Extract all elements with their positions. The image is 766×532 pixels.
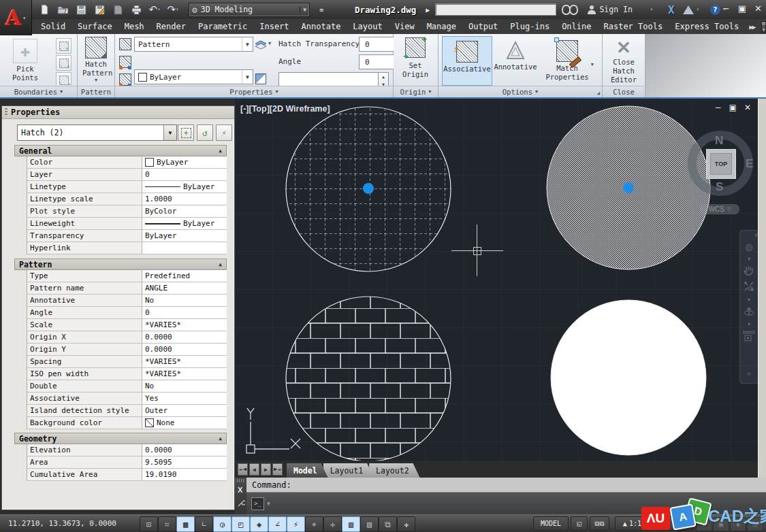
- property-value[interactable]: 0.0000: [142, 444, 227, 456]
- model-space-button[interactable]: MODEL: [533, 516, 569, 531]
- lineweight-display-toggle[interactable]: ✛: [323, 516, 342, 532]
- tab-view[interactable]: View: [389, 20, 421, 33]
- command-window-grip-column[interactable]: X: [235, 478, 247, 514]
- search-binoculars-icon[interactable]: [562, 5, 578, 15]
- dynamic-input-toggle[interactable]: ⌖: [305, 516, 323, 532]
- panel-footer-properties[interactable]: Properties▼: [115, 86, 393, 97]
- grip-icon[interactable]: [237, 479, 244, 482]
- property-value[interactable]: 0.0000: [142, 344, 227, 355]
- tab-annotate[interactable]: Annotate: [296, 20, 347, 33]
- selection-dropdown[interactable]: Hatch (2) ▼: [17, 124, 177, 141]
- 3d-object-snap-toggle[interactable]: ◈: [250, 516, 268, 532]
- help-button[interactable]: ?: [710, 5, 720, 15]
- navbar-customize-icon[interactable]: ⊖: [740, 371, 758, 377]
- property-value[interactable]: [142, 242, 227, 254]
- annotative-button[interactable]: Annotative: [493, 36, 538, 84]
- pick-points-button[interactable]: ✚ Pick Points: [3, 37, 48, 84]
- chevron-down-icon[interactable]: ▼: [267, 501, 270, 507]
- selection-cycling-toggle[interactable]: ⧉: [379, 516, 397, 532]
- coordinate-display[interactable]: 11.2710, 13.3673, 0.0000: [8, 519, 116, 528]
- close-button[interactable]: ✕: [754, 3, 762, 14]
- object-snap-tracking-toggle[interactable]: ∠: [268, 516, 287, 532]
- previous-layout-button[interactable]: ◀: [249, 463, 259, 476]
- property-value[interactable]: ByLayer: [142, 230, 227, 242]
- viewcube-east[interactable]: E: [746, 157, 753, 171]
- tab-overflow-icon[interactable]: ▶▶: [749, 23, 754, 31]
- tab-mesh[interactable]: Mesh: [118, 20, 150, 33]
- angle-value[interactable]: 0: [359, 54, 394, 69]
- steering-wheel-icon[interactable]: ◎: [740, 240, 758, 253]
- hatch-pattern-button[interactable]: Hatch Pattern ▼: [82, 37, 110, 83]
- panel-footer-origin[interactable]: Origin▼: [394, 86, 438, 97]
- save-button[interactable]: [75, 3, 87, 16]
- chevron-down-icon[interactable]: ▼: [591, 62, 594, 67]
- associative-button[interactable]: ⚡ Associative: [442, 36, 492, 86]
- solid-circle-bottom-right[interactable]: [551, 300, 706, 455]
- tab-express-tools[interactable]: Express Tools: [669, 20, 745, 33]
- tab-manage[interactable]: Manage: [421, 20, 462, 33]
- grip-icon[interactable]: [5, 108, 7, 116]
- property-value[interactable]: 0: [142, 169, 227, 180]
- tab-online[interactable]: Online: [556, 20, 597, 33]
- viewport-controls-label[interactable]: [-][Top][2D Wireframe]: [240, 104, 330, 114]
- layout-quickview-button[interactable]: ◱: [571, 516, 588, 531]
- pan-hand-icon[interactable]: [740, 265, 758, 278]
- chevron-down-icon[interactable]: ▼: [740, 322, 758, 327]
- grip-point[interactable]: [623, 182, 634, 193]
- ribbon-minimize-button[interactable]: ▭ ▾: [761, 21, 766, 33]
- wcs-dropdown[interactable]: WCS▽: [700, 204, 739, 214]
- infer-constraints-toggle[interactable]: ⊡: [140, 516, 158, 532]
- next-layout-button[interactable]: ▶: [261, 463, 271, 476]
- select-objects-button[interactable]: ↺: [197, 124, 213, 141]
- save-as-button[interactable]: [93, 3, 106, 16]
- property-value[interactable]: Predefined: [142, 270, 227, 282]
- quick-properties-toggle[interactable]: ▤: [360, 516, 379, 532]
- open-file-button[interactable]: [57, 3, 69, 16]
- section-header-general[interactable]: General▲: [14, 145, 227, 156]
- tab-solid[interactable]: Solid: [35, 20, 71, 33]
- hatch-transparency-value[interactable]: 0: [359, 37, 394, 52]
- zoom-icon[interactable]: [740, 281, 758, 295]
- tab-plugins[interactable]: Plug-ins: [504, 20, 556, 33]
- close-hatch-editor-button[interactable]: ✕ Close Hatch Editor: [604, 37, 643, 84]
- chevron-down-icon[interactable]: ▾: [697, 7, 699, 12]
- chevron-down-icon[interactable]: ▼: [740, 297, 758, 303]
- hatch-type-dropdown[interactable]: Pattern▼: [134, 37, 253, 52]
- redo-button[interactable]: ↷▾: [167, 3, 179, 16]
- viewcube-south[interactable]: S: [716, 180, 723, 194]
- panel-footer-boundaries[interactable]: Boundaries▼: [0, 86, 77, 97]
- hatch-color-dropdown[interactable]: ByLayer▼: [134, 69, 253, 84]
- select-boundary-button[interactable]: ＋: [56, 38, 71, 54]
- sign-in-button[interactable]: Sign In: [599, 5, 632, 14]
- doc-minimize-button[interactable]: −: [715, 103, 722, 112]
- property-value[interactable]: No: [142, 295, 227, 306]
- viewcube-top-face[interactable]: TOP: [706, 149, 736, 179]
- hatch-scale-field[interactable]: [278, 72, 385, 87]
- viewcube-north[interactable]: N: [715, 134, 723, 148]
- property-value[interactable]: None: [142, 417, 227, 429]
- property-value[interactable]: *VARIES*: [142, 319, 227, 331]
- print-button[interactable]: [130, 3, 142, 16]
- palette-title-bar[interactable]: Properties: [2, 106, 234, 119]
- tab-model[interactable]: Model: [287, 463, 328, 478]
- chevron-down-icon[interactable]: ▼: [740, 256, 758, 262]
- plot-button[interactable]: [112, 3, 124, 16]
- tab-layout2[interactable]: Layout2: [369, 463, 419, 478]
- doc-close-button[interactable]: ✕: [744, 103, 751, 112]
- property-value[interactable]: 0.0000: [142, 331, 227, 343]
- chevron-down-icon[interactable]: ▾: [650, 7, 653, 12]
- undo-button[interactable]: ↶▾: [148, 3, 161, 16]
- ortho-mode-toggle[interactable]: ∟: [195, 516, 213, 532]
- minimize-button[interactable]: −: [722, 3, 730, 14]
- tab-parametric[interactable]: Parametric: [192, 20, 253, 33]
- drawing-viewport[interactable]: [-][Top][2D Wireframe] − ▣ ✕ N E S TOP W…: [235, 99, 758, 461]
- tab-layout[interactable]: Layout: [347, 20, 388, 33]
- quick-select-button[interactable]: ⚡: [216, 124, 232, 141]
- last-layout-button[interactable]: ▶⯮: [272, 463, 283, 476]
- exchange-apps-icon[interactable]: X: [668, 3, 675, 16]
- tab-render[interactable]: Render: [150, 20, 192, 33]
- property-value[interactable]: 19.0190: [142, 469, 227, 480]
- restore-button[interactable]: ▣: [738, 3, 746, 14]
- infocenter-arrow-icon[interactable]: ▶: [426, 6, 430, 14]
- snap-mode-toggle[interactable]: ⌗: [158, 516, 176, 532]
